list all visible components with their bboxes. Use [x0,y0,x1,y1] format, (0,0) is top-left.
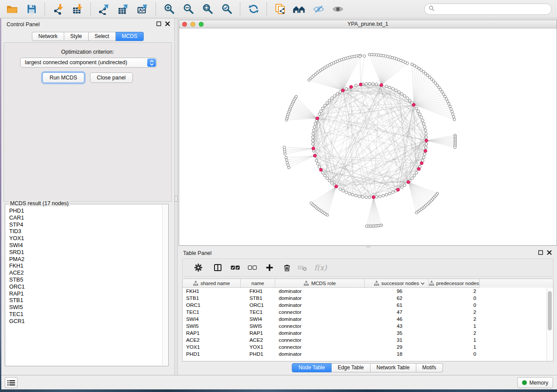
open-file-icon[interactable] [6,2,19,16]
network-node[interactable] [449,105,451,108]
network-node[interactable] [417,110,419,113]
network-hub-node[interactable] [372,196,375,199]
vertical-splitter[interactable] [174,18,178,375]
delete-column-icon[interactable] [283,263,291,272]
network-node[interactable] [378,195,381,198]
select-all-columns-icon[interactable] [230,263,240,272]
network-node[interactable] [394,89,397,92]
network-node[interactable] [452,113,454,116]
network-node[interactable] [324,174,326,177]
network-node[interactable] [388,86,391,89]
network-node[interactable] [424,129,427,132]
network-node[interactable] [348,193,351,195]
network-node[interactable] [391,191,394,193]
close-panel-button[interactable]: Close panel [90,72,133,83]
network-node[interactable] [283,146,286,148]
network-node[interactable] [322,107,324,110]
network-node[interactable] [326,177,329,179]
network-node[interactable] [287,164,289,166]
network-node[interactable] [403,184,406,186]
network-node[interactable] [326,102,329,104]
network-node[interactable] [422,119,424,122]
tab-select[interactable]: Select [89,32,116,41]
network-hub-node[interactable] [341,89,344,92]
zoom-in-icon[interactable] [163,2,176,16]
network-node[interactable] [333,95,336,97]
hide-selected-icon[interactable] [312,2,325,16]
mcds-result-node[interactable]: STB1 [9,297,162,304]
table-row[interactable]: ACE2ACE2connector311 [183,337,553,344]
network-hub-node[interactable] [420,162,423,165]
optimization-criterion-select[interactable]: largest connected component (undirected) [20,58,157,68]
network-node[interactable] [452,116,455,118]
network-node[interactable] [339,188,342,190]
table-row[interactable]: TEC1TEC1connector472 [183,309,553,316]
tab-style[interactable]: Style [64,32,89,41]
column-header-successor-nodes[interactable]: successor nodes [365,279,429,288]
task-history-button[interactable] [5,377,17,388]
network-node[interactable] [413,64,415,67]
mcds-result-node[interactable]: STP4 [9,221,162,228]
network-node[interactable] [355,84,357,87]
network-node[interactable] [295,95,298,98]
mcds-result-node[interactable]: RAP1 [9,290,162,297]
table-row[interactable]: FKH1FKH1dominator962 [183,288,553,295]
network-node[interactable] [450,108,452,110]
network-node[interactable] [314,122,317,125]
network-node[interactable] [398,91,400,93]
network-hub-node[interactable] [316,117,319,120]
float-panel-icon[interactable] [156,21,161,26]
network-node[interactable] [425,146,427,149]
network-node[interactable] [355,194,357,197]
float-panel-icon[interactable] [538,250,543,255]
network-node[interactable] [286,162,289,164]
network-node[interactable] [382,194,384,197]
network-node[interactable] [316,162,319,165]
network-node[interactable] [415,211,418,214]
import-table-icon[interactable] [71,2,84,16]
tab-network[interactable]: Network [32,32,64,41]
search-input[interactable] [437,6,542,12]
network-node[interactable] [406,62,408,65]
refresh-layout-icon[interactable] [247,2,260,16]
mcds-result-node[interactable]: FKH1 [9,262,162,269]
column-header-predecessor-nodes[interactable]: predecessor nodes [429,279,480,288]
close-panel-icon[interactable] [165,21,170,26]
network-node[interactable] [425,136,428,138]
network-node[interactable] [328,179,331,182]
network-node[interactable] [287,166,290,169]
network-node[interactable] [331,97,333,100]
tab-node-table[interactable]: Node Table [292,363,332,372]
network-node[interactable] [313,126,316,128]
network-canvas[interactable] [179,28,557,245]
network-node[interactable] [448,103,450,105]
run-mcds-button[interactable]: Run MCDS [42,72,84,83]
mcds-result-node[interactable]: ACE2 [9,269,162,276]
network-node[interactable] [425,132,427,135]
network-hub-node[interactable] [335,185,338,188]
network-node[interactable] [385,193,388,196]
network-node[interactable] [375,196,378,198]
column-header-name[interactable]: name [241,279,275,288]
network-node[interactable] [318,165,321,168]
network-hub-node[interactable] [417,167,420,170]
network-node[interactable] [401,186,403,189]
network-node[interactable] [415,107,418,110]
column-header-MCDS-role[interactable]: MCDS role [275,279,365,288]
mcds-result-node[interactable]: SWI4 [9,242,162,249]
close-panel-icon[interactable] [547,250,552,255]
network-node[interactable] [415,172,418,174]
network-node[interactable] [423,126,426,128]
network-node[interactable] [345,191,348,193]
network-node[interactable] [368,196,371,199]
network-node[interactable] [422,122,425,125]
network-node[interactable] [422,156,425,159]
network-hub-node[interactable] [380,83,383,86]
deselect-all-columns-icon[interactable] [247,263,257,272]
network-node[interactable] [363,55,366,57]
network-node[interactable] [391,87,394,90]
vertical-splitter-handle[interactable] [175,196,177,202]
network-node[interactable] [375,83,378,86]
network-node[interactable] [336,93,339,95]
network-node[interactable] [351,193,354,196]
